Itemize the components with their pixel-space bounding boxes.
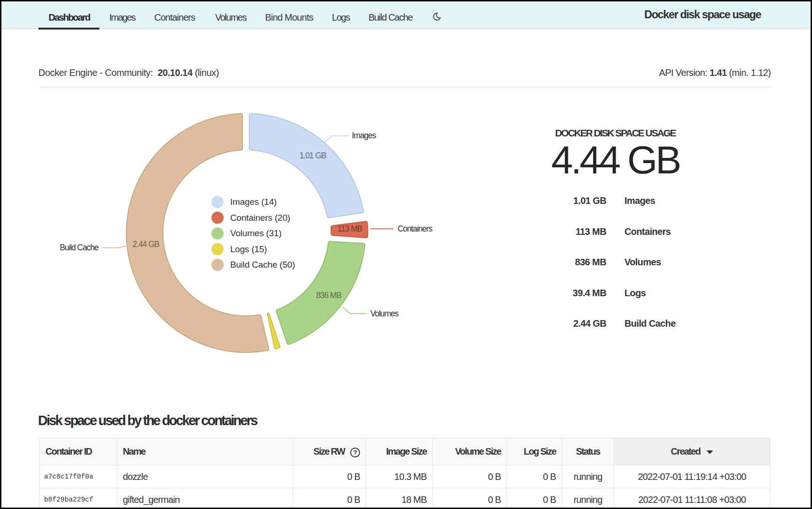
svg-text:2.44 GB: 2.44 GB bbox=[133, 240, 159, 249]
svg-text:Build Cache (50): Build Cache (50) bbox=[230, 260, 295, 269]
svg-text:Containers (20): Containers (20) bbox=[230, 213, 290, 223]
svg-text:Volumes: Volumes bbox=[370, 309, 399, 318]
svg-text:Containers: Containers bbox=[398, 224, 433, 233]
svg-text:Logs (15): Logs (15) bbox=[230, 244, 267, 254]
svg-text:113 MB: 113 MB bbox=[338, 224, 362, 233]
svg-text:1.01 GB: 1.01 GB bbox=[300, 151, 326, 160]
svg-text:Images: Images bbox=[352, 131, 376, 140]
svg-text:Images (14): Images (14) bbox=[230, 197, 277, 207]
svg-text:Volumes (31): Volumes (31) bbox=[230, 228, 282, 238]
svg-text:Build Cache: Build Cache bbox=[60, 243, 98, 252]
svg-text:836 MB: 836 MB bbox=[316, 291, 341, 300]
